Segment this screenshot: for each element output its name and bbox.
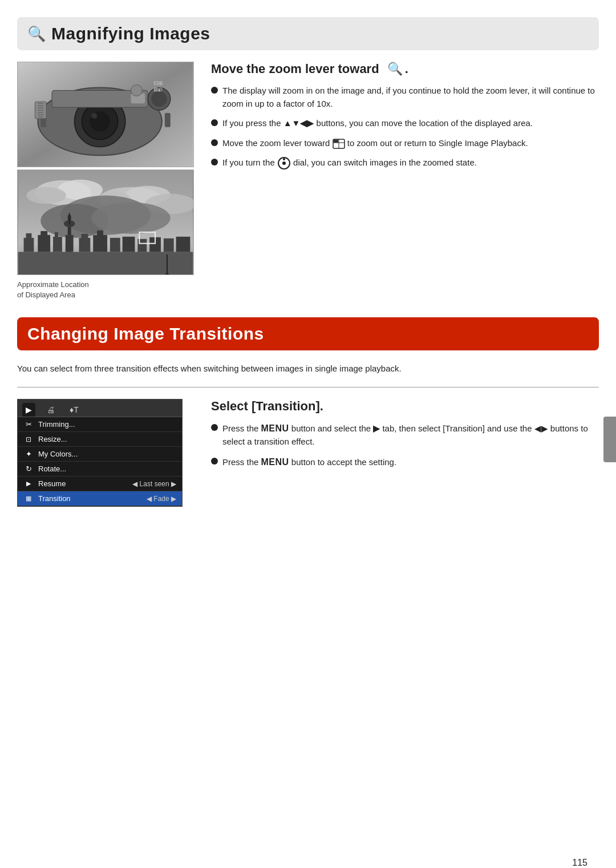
- svg-rect-41: [55, 232, 58, 238]
- menu-word-1: MENU: [261, 423, 289, 433]
- menu-screenshot: ▶ 🖨 ♦T ✂ Trimming... ⊡ Resize... ✦ My Co…: [17, 399, 183, 507]
- menu-tab-settings: ♦T: [66, 403, 82, 417]
- svg-rect-43: [66, 235, 74, 252]
- connector-dot: [165, 273, 169, 275]
- city-bottom-image: [17, 169, 194, 275]
- bullet-dot: [211, 458, 218, 465]
- svg-rect-48: [93, 235, 107, 252]
- svg-rect-51: [123, 237, 135, 252]
- changing-transitions-title: Changing Image Transitions: [27, 324, 264, 344]
- bullet-dot: [211, 159, 218, 165]
- menu-row-trimming: ✂ Trimming...: [18, 417, 182, 432]
- rotate-icon: ↻: [23, 465, 34, 473]
- menu-row-mycolors: ✦ My Colors...: [18, 447, 182, 462]
- page-number: 115: [572, 858, 587, 868]
- divider: [17, 387, 599, 387]
- transition-left-col: ▶ 🖨 ♦T ✂ Trimming... ⊡ Resize... ✦ My Co…: [17, 399, 194, 507]
- menu-row-transition: ▦ Transition ◀ Fade ▶: [18, 491, 182, 506]
- transition-icon: ▦: [23, 495, 34, 502]
- menu-tabs-row: ▶ 🖨 ♦T: [18, 399, 182, 417]
- transition-value: ◀ Fade ▶: [147, 495, 176, 503]
- bullet-dot: [211, 119, 218, 126]
- mycolors-icon: ✦: [23, 450, 34, 458]
- svg-rect-40: [53, 237, 62, 252]
- svg-rect-54: [164, 239, 174, 252]
- bullet-item-4: If you turn the dial, you can switch ima…: [211, 156, 599, 170]
- resize-icon: ⊡: [23, 435, 34, 443]
- trimming-icon: ✂: [23, 420, 34, 429]
- svg-point-63: [283, 158, 285, 160]
- magnifying-images-title: Magnifying Images: [51, 24, 210, 43]
- bullet-item-3: Move the zoom lever toward to zoom out o…: [211, 137, 599, 150]
- svg-rect-46: [79, 238, 91, 252]
- svg-point-34: [91, 202, 170, 233]
- menu-tab-play: ▶: [22, 403, 35, 417]
- svg-rect-47: [81, 234, 88, 240]
- magnifying-left-col: ⊟⊞ ⊠⊙: [17, 62, 194, 300]
- transition-right-col: Select [Transition]. Press the MENU butt…: [211, 399, 599, 507]
- svg-text:⊟⊞: ⊟⊞: [153, 80, 163, 86]
- resume-value: ◀ Last seen ▶: [132, 480, 176, 488]
- svg-rect-55: [176, 237, 191, 252]
- transition-content: ▶ 🖨 ♦T ✂ Trimming... ⊡ Resize... ✦ My Co…: [17, 399, 599, 507]
- changing-transitions-header: Changing Image Transitions: [17, 317, 599, 350]
- svg-text:⊠⊙: ⊠⊙: [153, 86, 163, 92]
- resume-icon: ▶: [23, 480, 34, 487]
- magnifying-bullets: The display will zoom in on the image an…: [211, 84, 599, 170]
- bullet-dot: [211, 87, 218, 94]
- transition-intro: You can select from three transition eff…: [17, 362, 599, 376]
- magnifying-right-col: Move the zoom lever toward 🔍. The displa…: [211, 62, 599, 300]
- zoom-symbol-title: 🔍: [387, 62, 403, 76]
- side-tab: [603, 417, 616, 462]
- resume-label: Resume: [38, 479, 128, 488]
- svg-point-62: [282, 162, 286, 165]
- search-icon: 🔍: [27, 25, 46, 43]
- magnifying-images-header: 🔍 Magnifying Images: [17, 17, 599, 50]
- bullet-dot: [211, 424, 218, 431]
- transition-label: Transition: [38, 494, 142, 503]
- bullet-item-1: The display will zoom in on the image an…: [211, 84, 599, 110]
- svg-rect-60: [334, 140, 338, 143]
- transition-bullet-1: Press the MENU button and select the ▶ t…: [211, 422, 599, 449]
- select-transition-title: Select [Transition].: [211, 399, 599, 414]
- svg-point-27: [27, 187, 66, 204]
- svg-rect-38: [38, 235, 50, 252]
- menu-row-resize: ⊡ Resize...: [18, 432, 182, 447]
- svg-point-11: [131, 85, 143, 96]
- svg-rect-37: [26, 233, 32, 240]
- bullet-item-2: If you press the ▲▼◀▶ buttons, you can m…: [211, 117, 599, 130]
- svg-rect-50: [110, 238, 120, 252]
- connector-line: [167, 255, 168, 274]
- svg-point-5: [91, 113, 97, 119]
- magnifying-content: ⊟⊞ ⊠⊙: [17, 62, 599, 300]
- menu-row-resume: ▶ Resume ◀ Last seen ▶: [18, 477, 182, 491]
- bullet-dot: [211, 139, 218, 146]
- trimming-label: Trimming...: [38, 420, 176, 429]
- transition-bullets: Press the MENU button and select the ▶ t…: [211, 422, 599, 469]
- svg-rect-39: [40, 231, 47, 237]
- menu-tab-print: 🖨: [43, 403, 58, 417]
- image-caption: Approximate Location of Displayed Area: [17, 280, 194, 300]
- svg-rect-49: [97, 231, 103, 237]
- mycolors-label: My Colors...: [38, 450, 176, 458]
- menu-word-2: MENU: [261, 457, 289, 467]
- rotate-label: Rotate...: [38, 465, 176, 473]
- page-container: 🔍 Magnifying Images: [0, 17, 616, 868]
- move-zoom-title: Move the zoom lever toward 🔍.: [211, 62, 599, 76]
- svg-point-9: [151, 91, 167, 107]
- transition-bullet-2: Press the MENU button to accept the sett…: [211, 455, 599, 469]
- svg-rect-45: [69, 213, 70, 224]
- svg-rect-15: [165, 113, 171, 127]
- menu-row-rotate: ↻ Rotate...: [18, 462, 182, 477]
- resize-label: Resize...: [38, 435, 176, 443]
- camera-top-image: ⊟⊞ ⊠⊙: [17, 62, 194, 167]
